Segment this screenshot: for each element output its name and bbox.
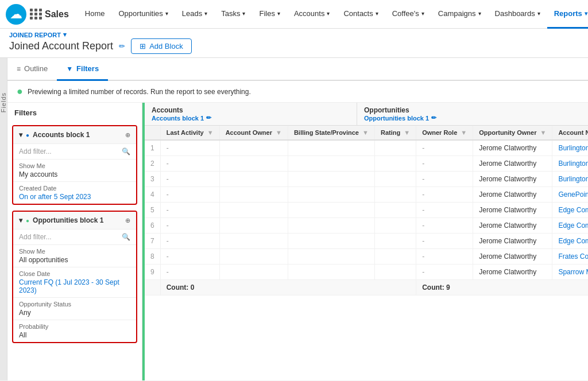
opp-block-sub: Opportunities block 1 ✏ xyxy=(364,114,436,122)
account-name-cell[interactable]: Sparrow Media xyxy=(552,265,588,280)
billing-state-cell xyxy=(288,187,374,203)
nav-item-opportunities[interactable]: Opportunities ▾ xyxy=(112,0,175,29)
edit-opp-block-icon[interactable]: ✏ xyxy=(431,114,436,122)
tab-filters[interactable]: ▼ Filters xyxy=(57,58,108,81)
account-name-header[interactable]: Account Name ▼ xyxy=(552,126,588,140)
row-number: 5 xyxy=(145,203,160,218)
fields-sidebar-toggle[interactable]: Fields xyxy=(0,58,7,380)
last-activity-cell: - xyxy=(160,187,219,203)
add-block-button[interactable]: ⊞ Add Block xyxy=(131,38,192,54)
rating-cell xyxy=(374,234,416,249)
rating-cell xyxy=(374,265,416,280)
probability-label: Probability xyxy=(19,323,130,330)
rating-cell xyxy=(374,218,416,234)
account-name-cell[interactable]: Frates Company xyxy=(552,249,588,265)
nav-item-dashboards[interactable]: Dashboards ▾ xyxy=(488,0,547,29)
show-me-label: Show Me xyxy=(19,162,130,169)
nav-item-home[interactable]: Home xyxy=(78,0,112,29)
filter-block-accounts-title: ▾ ● Accounts block 1 xyxy=(19,131,90,139)
search-icon[interactable]: 🔍 xyxy=(122,147,130,155)
last-activity-cell: - xyxy=(160,203,219,218)
outline-icon: ≡ xyxy=(17,65,21,73)
last-activity-cell: - xyxy=(160,156,219,172)
edit-accounts-block-icon[interactable]: ✏ xyxy=(206,114,211,122)
owner-role-header[interactable]: Owner Role ▼ xyxy=(416,126,473,140)
nav-coffees-label: Coffee's xyxy=(392,9,419,18)
row-number: 6 xyxy=(145,218,160,234)
account-name-cell[interactable]: Edge Communications xyxy=(552,234,588,249)
count-num-cell xyxy=(145,280,160,296)
opp-owner-cell: Jerome Clatworthy xyxy=(473,172,552,187)
nav-item-leads[interactable]: Leads ▾ xyxy=(175,0,214,29)
billing-state-header[interactable]: Billing State/Province ▼ xyxy=(288,126,374,140)
filter-block-menu-icon[interactable]: ⊕ xyxy=(125,217,130,224)
created-date-value[interactable]: On or after 5 Sept 2023 xyxy=(19,193,130,201)
account-owner-cell xyxy=(219,203,288,218)
accounts-add-filter-label: Add filter... xyxy=(19,147,52,155)
last-activity-cell: - xyxy=(160,249,219,265)
main-layout: Fields ≡ Outline ▼ Filters ● Previewing … xyxy=(0,58,588,380)
nav-opportunities-label: Opportunities xyxy=(119,9,163,18)
nav-item-contacts[interactable]: Contacts ▾ xyxy=(336,0,385,29)
account-owner-cell xyxy=(219,187,288,203)
accounts-show-me-row: Show Me My accounts xyxy=(13,159,136,181)
nav-files-label: Files xyxy=(259,9,274,18)
app-launcher-icon[interactable] xyxy=(30,6,42,22)
chevron-down-icon: ▾ xyxy=(376,10,378,17)
nav-home-label: Home xyxy=(85,9,105,18)
probability-value: All xyxy=(19,331,130,339)
filter-block-opp-header[interactable]: ▾ ● Opportunities block 1 ⊕ xyxy=(13,212,136,229)
filter-block-menu-icon[interactable]: ⊕ xyxy=(125,131,130,139)
row-number: 2 xyxy=(145,156,160,172)
filter-block-accounts-header[interactable]: ▾ ● Accounts block 1 ⊕ xyxy=(13,126,136,143)
opp-owner-cell: Jerome Clatworthy xyxy=(473,156,552,172)
billing-state-cell xyxy=(288,249,374,265)
nav-reports-label: Reports xyxy=(554,9,582,18)
nav-item-coffees[interactable]: Coffee's ▾ xyxy=(385,0,431,29)
tab-outline-label: Outline xyxy=(24,64,48,73)
nav-item-tasks[interactable]: Tasks ▾ xyxy=(214,0,252,29)
account-owner-header[interactable]: Account Owner ▼ xyxy=(219,126,288,140)
account-name-cell[interactable]: Burlington Textiles Corp of America xyxy=(552,140,588,156)
nav-item-files[interactable]: Files ▾ xyxy=(252,0,287,29)
account-name-cell[interactable]: Burlington Textiles Corp of America xyxy=(552,156,588,172)
owner-role-cell: - xyxy=(416,156,473,172)
account-name-cell[interactable]: GenePoint xyxy=(552,187,588,203)
search-icon[interactable]: 🔍 xyxy=(122,233,130,241)
nav-item-accounts[interactable]: Accounts ▾ xyxy=(287,0,336,29)
last-activity-header[interactable]: Last Activity ▼ xyxy=(160,126,219,140)
opp-status-row: Opportunity Status Any xyxy=(13,297,136,320)
last-activity-cell: - xyxy=(160,265,219,280)
breadcrumb: JOINED REPORT ▾ xyxy=(9,31,579,38)
opp-show-me-row: Show Me All opportunities xyxy=(13,244,136,267)
opp-owner-header[interactable]: Opportunity Owner ▼ xyxy=(473,126,552,140)
close-date-value[interactable]: Current FQ (1 Jul 2023 - 30 Sept 2023) xyxy=(19,278,130,294)
owner-role-cell: - xyxy=(416,249,473,265)
nav-campaigns-label: Campaigns xyxy=(438,9,476,18)
opp-probability-row: Probability All xyxy=(13,320,136,342)
table-row: 3 - - Jerome Clatworthy Burlington Texti… xyxy=(145,172,588,187)
account-name-cell[interactable]: Burlington Textiles Corp of America xyxy=(552,172,588,187)
account-owner-cell xyxy=(219,140,288,156)
table-header-row: Last Activity ▼ Account Owner ▼ Billing … xyxy=(145,126,588,140)
block-column-headers: Accounts Accounts block 1 ✏ Opportunitie… xyxy=(145,103,588,126)
account-name-cell[interactable]: Edge Communications xyxy=(552,218,588,234)
chevron-down-icon: ▾ xyxy=(19,131,22,139)
row-number-header xyxy=(145,126,160,140)
accounts-created-date-row: Created Date On or after 5 Sept 2023 xyxy=(13,181,136,204)
chevron-down-icon: ▾ xyxy=(277,10,280,17)
nav-item-reports[interactable]: Reports ▾ xyxy=(547,0,588,29)
edit-title-icon[interactable]: ✏ xyxy=(119,42,125,50)
tabs-content-area: ≡ Outline ▼ Filters ● Previewing a limit… xyxy=(7,58,588,380)
accounts-dot-icon: ● xyxy=(26,132,29,138)
filter-block-opportunities: ▾ ● Opportunities block 1 ⊕ Add filter..… xyxy=(12,211,137,343)
plus-icon: ⊞ xyxy=(140,42,146,50)
account-owner-cell xyxy=(219,172,288,187)
account-name-cell[interactable]: Edge Communications xyxy=(552,203,588,218)
nav-item-campaigns[interactable]: Campaigns ▾ xyxy=(431,0,488,29)
dropdown-icon[interactable]: ▾ xyxy=(63,31,67,38)
tab-outline[interactable]: ≡ Outline xyxy=(7,58,57,81)
accounts-header-label: Accounts xyxy=(152,106,350,114)
rating-cell xyxy=(374,172,416,187)
rating-header[interactable]: Rating ▼ xyxy=(374,126,416,140)
